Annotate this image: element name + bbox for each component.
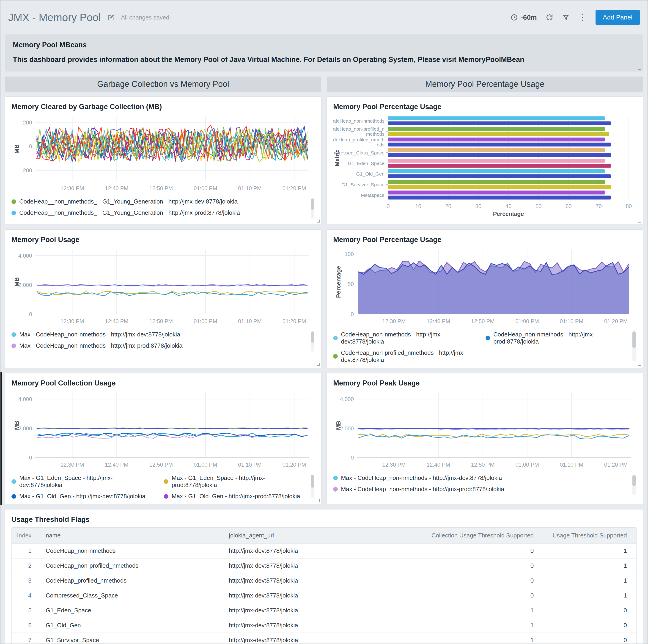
column-header[interactable]: Collection Usage Threshold Supported (417, 528, 545, 543)
svg-text:ods: ods (377, 142, 384, 147)
svg-text:01:10 PM: 01:10 PM (560, 462, 583, 468)
svg-text:60: 60 (565, 203, 572, 209)
table-row[interactable]: 1CodeHeap_non-nmethodshttp://jmx-dev:877… (12, 543, 636, 558)
legend-label: CodeHeap_non-nmethods - http://jmx-dev:8… (341, 331, 476, 345)
panel-title: Memory Pool Collection Usage (11, 379, 315, 387)
table-cell: 1 (545, 588, 636, 603)
legend-item[interactable]: Max - G1_Eden_Space - http://jmx-dev:877… (11, 474, 155, 489)
percentage-usage-bar-chart[interactable]: 01020304050607080PercentageMetricCodeHea… (333, 114, 637, 219)
resize-handle-icon[interactable] (638, 499, 641, 502)
legend-item[interactable]: Max - CodeHeap_non-nmethods - http://jmx… (333, 486, 629, 493)
svg-text:-200: -200 (21, 167, 32, 173)
legend-item[interactable]: CodeHeap_non-nmethods - http://jmx-prod:… (486, 331, 629, 345)
svg-text:100: 100 (344, 251, 354, 257)
legend-item[interactable]: Max - G1_Old_Gen - http://jmx-dev:8778/j… (11, 493, 155, 500)
resize-handle-icon[interactable] (638, 363, 641, 366)
legend-item[interactable]: CodeHeap__non_nmethods_ - G1_Young_Gener… (11, 209, 307, 216)
resize-handle-icon[interactable] (638, 67, 641, 70)
svg-text:2,000: 2,000 (18, 425, 32, 432)
table-row[interactable]: 6G1_Old_Genhttp://jmx-dev:8778/jolokia10 (12, 618, 636, 633)
panel-memory-pool-percentage-usage-bar: Memory Pool Percentage Usage 01020304050… (327, 97, 643, 224)
svg-text:G1_Eden_Space: G1_Eden_Space (348, 161, 384, 166)
table-cell: 7 (12, 633, 41, 644)
svg-text:2,000: 2,000 (340, 425, 354, 432)
legend-item[interactable]: Max - G1_Eden_Space - http://jmx-prod:87… (164, 474, 307, 489)
legend-item[interactable]: Max - CodeHeap_non-nmethods - http://jmx… (333, 474, 629, 482)
svg-text:0: 0 (29, 143, 32, 149)
table-header-row: Indexnamejolokia_agent_urlCollection Usa… (12, 528, 636, 543)
add-panel-button[interactable]: Add Panel (596, 10, 640, 25)
panel-memory-pool-usage: Memory Pool Usage 12:30 PM12:40 PM12:50 … (5, 230, 321, 368)
legend-scrollbar[interactable] (311, 331, 314, 352)
collection-usage-chart[interactable]: 12:30 PM12:40 PM12:50 PM01:00 PM01:10 PM… (11, 390, 315, 470)
legend-item[interactable]: Max - CodeHeap_non-nmethods - http://jmx… (11, 331, 307, 338)
legend-item[interactable]: CodeHeap_non-profiled_nmethods - http://… (333, 349, 476, 364)
memorypoolmbean-link[interactable]: MemoryPoolMBean (458, 55, 524, 63)
svg-text:0: 0 (29, 311, 32, 317)
table-row[interactable]: 3CodeHeap_profiled_nmethodshttp://jmx-de… (12, 573, 636, 588)
legend-scrollbar[interactable] (311, 475, 314, 498)
resize-handle-icon[interactable] (317, 363, 320, 366)
svg-text:01:10 PM: 01:10 PM (238, 318, 262, 324)
legend-label: CodeHeap_non-nmethods - http://jmx-prod:… (493, 331, 629, 345)
time-range-control[interactable]: -60m (510, 13, 537, 21)
legend-scrollbar[interactable] (633, 331, 636, 362)
svg-text:12:30 PM: 12:30 PM (60, 318, 84, 324)
table-cell: 4 (12, 588, 41, 603)
filter-icon[interactable] (562, 14, 570, 21)
chart-legend: CodeHeap_non-nmethods - http://jmx-dev:8… (333, 331, 637, 364)
resize-handle-icon[interactable] (317, 499, 320, 502)
legend-item[interactable]: Max - CodeHeap_non-nmethods - http://jmx… (11, 342, 307, 349)
table-row[interactable]: 4Compressed_Class_Spacehttp://jmx-dev:87… (12, 588, 636, 603)
svg-text:Percentage: Percentage (493, 211, 524, 217)
table-cell: http://jmx-dev:8778/jolokia (224, 543, 418, 558)
table-cell: 1 (545, 558, 636, 573)
legend-item[interactable]: Max - G1_Old_Gen - http://jmx-prod:8778/… (164, 493, 307, 500)
resize-handle-icon[interactable] (638, 220, 641, 222)
panel-memory-pool-percentage-usage-area: Memory Pool Percentage Usage 12:30 PM12:… (327, 230, 643, 368)
section-header-garbage-collection: Garbage Collection vs Memory Pool (5, 76, 321, 92)
text-panel-description: This dashboard provides information abou… (13, 55, 635, 64)
table-cell: 5 (12, 603, 41, 618)
legend-item[interactable]: CodeHeap_non-nmethods - http://jmx-dev:8… (333, 331, 476, 345)
svg-text:12:40 PM: 12:40 PM (105, 185, 128, 192)
legend-scrollbar[interactable] (633, 475, 636, 495)
table-row[interactable]: 5G1_Eden_Spacehttp://jmx-dev:8778/joloki… (12, 603, 636, 618)
edit-dashboard-icon[interactable] (107, 14, 115, 21)
panel-title: Memory Cleared by Garbage Collection (MB… (11, 103, 315, 111)
panel-memory-pool-collection-usage: Memory Pool Collection Usage 12:30 PM12:… (5, 373, 321, 504)
svg-text:01:20 PM: 01:20 PM (282, 462, 306, 468)
column-header[interactable]: Index (12, 528, 41, 543)
svg-text:methods: methods (366, 131, 384, 137)
legend-dot-icon (11, 343, 16, 348)
resize-handle-icon[interactable] (317, 220, 320, 222)
table-cell: G1_Eden_Space (41, 603, 224, 618)
svg-text:01:00 PM: 01:00 PM (194, 185, 217, 192)
chart-legend: CodeHeap__non_nmethods_ - G1_Young_Gener… (11, 198, 315, 220)
legend-label: Max - G1_Eden_Space - http://jmx-dev:877… (19, 474, 155, 489)
legend-dot-icon (333, 336, 338, 340)
svg-text:01:10 PM: 01:10 PM (560, 318, 583, 324)
peak-usage-chart[interactable]: 12:30 PM12:40 PM12:50 PM01:00 PM01:10 PM… (333, 390, 637, 470)
svg-text:G1_Old_Gen: G1_Old_Gen (356, 171, 384, 177)
memory-pool-usage-chart[interactable]: 12:30 PM12:40 PM12:50 PM01:00 PM01:10 PM… (11, 247, 315, 327)
column-header[interactable]: name (41, 528, 224, 543)
svg-text:12:40 PM: 12:40 PM (105, 318, 128, 324)
legend-dot-icon (333, 487, 338, 492)
legend-scrollbar[interactable] (311, 199, 314, 219)
save-status: All changes saved (121, 14, 169, 21)
kebab-menu-icon[interactable]: ⋮ (578, 13, 587, 22)
table-cell: 0 (545, 603, 636, 618)
table-row[interactable]: 2CodeHeap_non-profiled_nmethodshttp://jm… (12, 558, 636, 573)
table-cell: 1 (545, 573, 636, 588)
percentage-usage-area-chart[interactable]: 12:30 PM12:40 PM12:50 PM01:00 PM01:10 PM… (333, 247, 637, 327)
chart-legend: Max - CodeHeap_non-nmethods - http://jmx… (11, 331, 315, 353)
refresh-icon[interactable] (546, 13, 553, 21)
table-row[interactable]: 7G1_Survivor_Spacehttp://jmx-dev:8778/jo… (12, 633, 636, 644)
table-cell: 1 (417, 603, 545, 618)
column-header[interactable]: Usage Threshold Supported (545, 528, 636, 543)
legend-item[interactable]: CodeHeap__non_nmethods_ - G1_Young_Gener… (11, 198, 307, 205)
gc-line-chart[interactable]: 12:30 PM12:40 PM12:50 PM01:00 PM01:10 PM… (11, 114, 315, 194)
threshold-table: Indexnamejolokia_agent_urlCollection Usa… (12, 528, 636, 644)
column-header[interactable]: jolokia_agent_url (224, 528, 418, 543)
